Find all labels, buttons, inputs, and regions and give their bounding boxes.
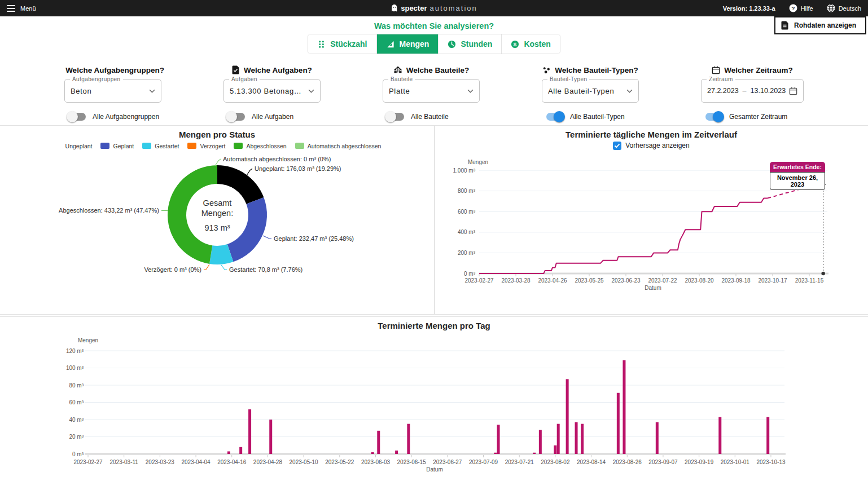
topbar: Menü specter automation Version: 1.23.33… [0, 0, 868, 16]
bar-2023-08-25 [622, 360, 625, 454]
x-tick-label: 2023-06-15 [397, 459, 427, 465]
chevron-down-icon [626, 89, 633, 93]
y-axis-title: Mengen [78, 337, 98, 343]
y-tick-label: 800 m³ [458, 188, 476, 194]
y-tick-label: 400 m³ [458, 229, 476, 235]
dollar-icon: $ [511, 40, 519, 48]
toggle-alle-aufgaben[interactable] [227, 113, 246, 121]
y-tick-label: 0 m³ [72, 451, 84, 457]
legend-item[interactable]: Verzögert [187, 143, 225, 149]
toggle-label: Alle Aufgaben [252, 113, 293, 121]
toggle-alle-bauteil-typen[interactable] [545, 113, 564, 121]
version-label: Version: 1.23.33-a [723, 5, 775, 12]
filter-question: Welche Bauteil-Typen? [555, 66, 638, 74]
bauteil-typen-select[interactable]: Bauteil-Typen Alle Bauteil-Typen [542, 79, 639, 103]
filter-question: Welche Aufgaben? [244, 66, 312, 74]
x-tick-label: 2023-04-04 [181, 459, 211, 465]
legend-item[interactable]: Abgeschlossen [234, 143, 286, 149]
bar-2023-06-02 [371, 452, 374, 454]
x-tick-label: 2023-08-26 [613, 459, 642, 465]
bar-2023-08-02 [554, 446, 556, 454]
forecast-annotation: Erwartetes Ende: November 26, 2023 [770, 162, 825, 190]
donut-chart-panel: Mengen pro Status UngeplantGeplantGestar… [0, 126, 435, 314]
y-tick-label: 600 m³ [458, 209, 476, 215]
x-tick-label: 2023-02-27 [464, 277, 494, 284]
x-tick-label: 2023-04-16 [217, 459, 247, 465]
x-tick-label: 2023-03-23 [146, 459, 175, 465]
forecast-end-dot [821, 272, 825, 275]
x-tick-label: 2023-10-17 [758, 277, 787, 284]
date-separator: – [743, 87, 747, 95]
bar-2023-08-06 [566, 379, 569, 454]
raw-data-menu-item[interactable]: Rohdaten anzeigen [774, 16, 866, 34]
legend-label: Automatisch abgeschlossen [308, 143, 382, 149]
x-tick-label: 2023-10-13 [756, 459, 786, 465]
bar-chart-title: Terminierte Mengen pro Tag [0, 317, 868, 330]
bar-2023-04-29 [269, 420, 272, 454]
x-tick-label: 2023-04-26 [538, 277, 567, 284]
tab-kosten[interactable]: $ Kosten [501, 34, 559, 54]
brand-name: specter [401, 4, 427, 12]
calendar-icon [789, 87, 797, 95]
x-tick-label: 2023-11-15 [795, 277, 824, 284]
tab-stunden[interactable]: Stunden [438, 34, 501, 54]
bar-2023-07-26 [533, 453, 536, 454]
tab-mengen[interactable]: Mengen [376, 34, 439, 54]
filter-question: Welche Aufgabengruppen? [65, 66, 164, 74]
annotation-date: November 26, 2023 [770, 172, 825, 190]
check-icon [614, 143, 620, 148]
bar-2023-09-26 [718, 417, 721, 454]
filter-row: Welche Aufgabengruppen? Aufgabengruppen … [0, 65, 868, 121]
chevron-down-icon [149, 89, 155, 93]
x-axis-title: Datum [645, 285, 661, 291]
toggle-gesamter-zeitraum[interactable] [704, 113, 723, 121]
zeitraum-daterange-field[interactable]: Zeitraum 27.2.2023 – 13.10.2023 [701, 79, 804, 103]
legend-swatch [187, 143, 196, 149]
menu-label: Menü [20, 5, 36, 12]
foundation-icon [393, 65, 402, 74]
legend-item[interactable]: Geplant [100, 143, 134, 149]
x-axis-title: Datum [426, 466, 442, 473]
svg-text:?: ? [791, 5, 795, 11]
language-button[interactable]: Deutsch [827, 4, 861, 12]
legend-swatch [295, 143, 304, 149]
bar-2023-08-09 [575, 422, 578, 454]
y-tick-label: 20 m³ [69, 434, 84, 440]
toggle-label: Alle Bauteile [411, 113, 449, 121]
y-tick-label: 200 m³ [458, 250, 476, 256]
bar-2023-09-05 [656, 422, 659, 454]
callout-line [221, 265, 227, 270]
task-icon [232, 65, 240, 74]
brand-logo: specter automation [391, 4, 477, 12]
x-tick-label: 2023-05-22 [325, 459, 354, 465]
menu-button[interactable]: Menü [7, 5, 36, 12]
scheduled-quantity-line [479, 198, 768, 274]
legend-item[interactable]: Automatisch abgeschlossen [295, 143, 382, 149]
line-chart-panel: Terminierte tägliche Mengen im Zeitverla… [435, 126, 868, 314]
filter-aufgabengruppen: Welche Aufgabengruppen? Aufgabengruppen … [64, 65, 161, 121]
x-tick-label: 2023-07-09 [469, 459, 498, 465]
date-end[interactable]: 13.10.2023 [751, 87, 786, 95]
toggle-alle-bauteile[interactable] [386, 113, 405, 121]
date-start[interactable]: 27.2.2023 [707, 87, 739, 95]
x-tick-label: 2023-02-27 [73, 459, 103, 465]
legend-label: Abgeschlossen [246, 143, 286, 149]
page-title: Was möchten Sie analysieren? [0, 21, 868, 30]
aufgaben-select[interactable]: Aufgaben 5.13.300 Betonag… [223, 79, 321, 103]
x-tick-label: 2023-05-25 [575, 277, 604, 284]
legend-item[interactable]: Gestartet [142, 143, 179, 149]
tab-stueckzahl[interactable]: Stückzahl [308, 34, 376, 54]
x-tick-label: 2023-03-11 [109, 459, 138, 465]
forecast-checkbox[interactable] [613, 142, 621, 150]
callout-line [215, 159, 221, 166]
legend-item[interactable]: Ungeplant [53, 143, 93, 149]
legend-label: Verzögert [200, 143, 225, 149]
bauteile-select[interactable]: Bauteile Platte [383, 79, 480, 103]
y-axis-title: Mengen [468, 159, 488, 165]
chevron-down-icon [467, 89, 474, 93]
toggle-alle-aufgabengruppen[interactable] [68, 113, 86, 121]
help-button[interactable]: ? Hilfe [789, 4, 813, 12]
aufgabengruppen-select[interactable]: Aufgabengruppen Beton [64, 79, 161, 103]
x-tick-label: 2023-06-03 [361, 459, 391, 465]
donut-center-line2: Mengen: [201, 209, 233, 218]
